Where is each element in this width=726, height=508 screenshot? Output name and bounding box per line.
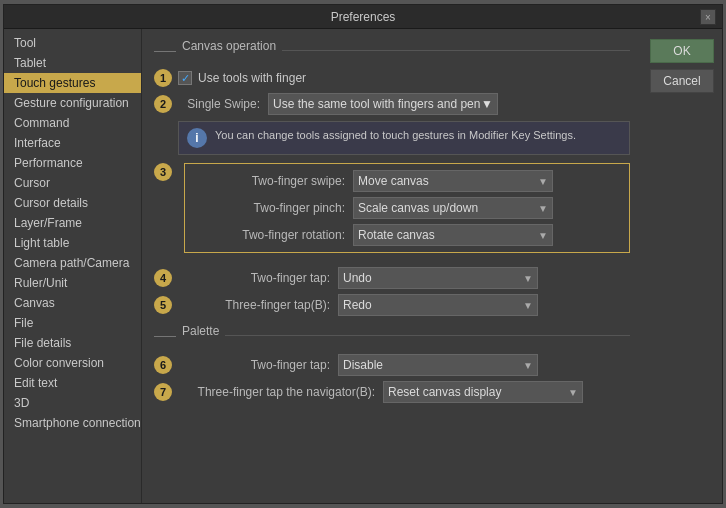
palette-header: Palette bbox=[182, 324, 219, 338]
rotation-arrow: ▼ bbox=[538, 230, 548, 241]
title-bar: Preferences × bbox=[4, 5, 722, 29]
two-finger-swipe-select[interactable]: Move canvas ▼ bbox=[353, 170, 553, 192]
step2-num: 2 bbox=[154, 95, 172, 113]
sidebar-item-cursor[interactable]: Cursor bbox=[4, 173, 141, 193]
main-content: —— Canvas operation 1 Use tools with fin… bbox=[142, 29, 642, 503]
step4-row: 4 Two-finger tap: Undo ▼ bbox=[154, 267, 630, 289]
palette-header-row: —— Palette bbox=[154, 324, 630, 346]
sidebar-item-tablet[interactable]: Tablet bbox=[4, 53, 141, 73]
step6-row: 6 Two-finger tap: Disable ▼ bbox=[154, 354, 630, 376]
info-text: You can change tools assigned to touch g… bbox=[215, 128, 576, 143]
close-button[interactable]: × bbox=[700, 9, 716, 25]
use-tools-label: Use tools with finger bbox=[198, 71, 306, 85]
sidebar-item-3d[interactable]: 3D bbox=[4, 393, 141, 413]
three-finger-navigator-select[interactable]: Reset canvas display ▼ bbox=[383, 381, 583, 403]
two-finger-rotation-label: Two-finger rotation: bbox=[193, 228, 353, 242]
step2-row: 2 Single Swipe: Use the same tool with f… bbox=[154, 93, 630, 115]
step3-num: 3 bbox=[154, 163, 172, 181]
sidebar-item-light-table[interactable]: Light table bbox=[4, 233, 141, 253]
tap6-arrow: ▼ bbox=[523, 360, 533, 371]
ok-button[interactable]: OK bbox=[650, 39, 714, 63]
two-finger-rotation-row: Two-finger rotation: Rotate canvas ▼ bbox=[193, 224, 621, 246]
palette-two-finger-tap-select[interactable]: Disable ▼ bbox=[338, 354, 538, 376]
step3-group: Two-finger swipe: Move canvas ▼ Two-fing… bbox=[184, 163, 630, 253]
step7-row: 7 Three-finger tap the navigator(B): Res… bbox=[154, 381, 630, 403]
palette-two-finger-tap-label: Two-finger tap: bbox=[178, 358, 338, 372]
sidebar-item-touch-gestures[interactable]: Touch gestures bbox=[4, 73, 141, 93]
pinch-arrow: ▼ bbox=[538, 203, 548, 214]
step5-num: 5 bbox=[154, 296, 172, 314]
step5-row: 5 Three-finger tap(B): Redo ▼ bbox=[154, 294, 630, 316]
sidebar-item-smartphone-connection[interactable]: Smartphone connection bbox=[4, 413, 141, 433]
preferences-dialog: Preferences × ToolTabletTouch gesturesGe… bbox=[3, 4, 723, 504]
two-finger-pinch-row: Two-finger pinch: Scale canvas up/down ▼ bbox=[193, 197, 621, 219]
sidebar-item-command[interactable]: Command bbox=[4, 113, 141, 133]
info-box: i You can change tools assigned to touch… bbox=[178, 121, 630, 155]
sidebar-item-color-conversion[interactable]: Color conversion bbox=[4, 353, 141, 373]
sidebar-item-interface[interactable]: Interface bbox=[4, 133, 141, 153]
sidebar-item-ruler/unit[interactable]: Ruler/Unit bbox=[4, 273, 141, 293]
two-finger-swipe-row: Two-finger swipe: Move canvas ▼ bbox=[193, 170, 621, 192]
sidebar-item-layer/frame[interactable]: Layer/Frame bbox=[4, 213, 141, 233]
single-swipe-label: Single Swipe: bbox=[178, 97, 268, 111]
sidebar-item-cursor-details[interactable]: Cursor details bbox=[4, 193, 141, 213]
sidebar: ToolTabletTouch gesturesGesture configur… bbox=[4, 29, 142, 503]
sidebar-item-camera-path/camera[interactable]: Camera path/Camera bbox=[4, 253, 141, 273]
sidebar-item-gesture-configuration[interactable]: Gesture configuration bbox=[4, 93, 141, 113]
sidebar-item-tool[interactable]: Tool bbox=[4, 33, 141, 53]
two-finger-tap-label: Two-finger tap: bbox=[178, 271, 338, 285]
single-swipe-select[interactable]: Use the same tool with fingers and pen ▼ bbox=[268, 93, 498, 115]
sidebar-item-canvas[interactable]: Canvas bbox=[4, 293, 141, 313]
tap5-arrow: ▼ bbox=[523, 300, 533, 311]
two-finger-pinch-select[interactable]: Scale canvas up/down ▼ bbox=[353, 197, 553, 219]
two-finger-pinch-label: Two-finger pinch: bbox=[193, 201, 353, 215]
single-swipe-arrow: ▼ bbox=[481, 97, 493, 111]
step6-num: 6 bbox=[154, 356, 172, 374]
two-finger-rotation-select[interactable]: Rotate canvas ▼ bbox=[353, 224, 553, 246]
tap7-arrow: ▼ bbox=[568, 387, 578, 398]
sidebar-item-performance[interactable]: Performance bbox=[4, 153, 141, 173]
tap4-arrow: ▼ bbox=[523, 273, 533, 284]
info-icon: i bbox=[187, 128, 207, 148]
dialog-title: Preferences bbox=[331, 10, 396, 24]
swipe-arrow: ▼ bbox=[538, 176, 548, 187]
step4-num: 4 bbox=[154, 269, 172, 287]
step7-num: 7 bbox=[154, 383, 172, 401]
use-tools-checkbox[interactable] bbox=[178, 71, 192, 85]
step3-container: 3 Two-finger swipe: Move canvas ▼ Two-fi… bbox=[154, 163, 630, 261]
canvas-op-header: Canvas operation bbox=[182, 39, 276, 53]
three-finger-tap-select[interactable]: Redo ▼ bbox=[338, 294, 538, 316]
three-finger-tap-label: Three-finger tap(B): bbox=[178, 298, 338, 312]
dialog-body: ToolTabletTouch gesturesGesture configur… bbox=[4, 29, 722, 503]
sidebar-item-edit-text[interactable]: Edit text bbox=[4, 373, 141, 393]
sidebar-item-file-details[interactable]: File details bbox=[4, 333, 141, 353]
three-finger-navigator-label: Three-finger tap the navigator(B): bbox=[178, 385, 383, 399]
two-finger-swipe-label: Two-finger swipe: bbox=[193, 174, 353, 188]
sidebar-item-file[interactable]: File bbox=[4, 313, 141, 333]
step1-num: 1 bbox=[154, 69, 172, 87]
buttons-panel: OK Cancel bbox=[642, 29, 722, 503]
two-finger-tap-select[interactable]: Undo ▼ bbox=[338, 267, 538, 289]
step1-row: 1 Use tools with finger bbox=[154, 69, 630, 87]
cancel-button[interactable]: Cancel bbox=[650, 69, 714, 93]
